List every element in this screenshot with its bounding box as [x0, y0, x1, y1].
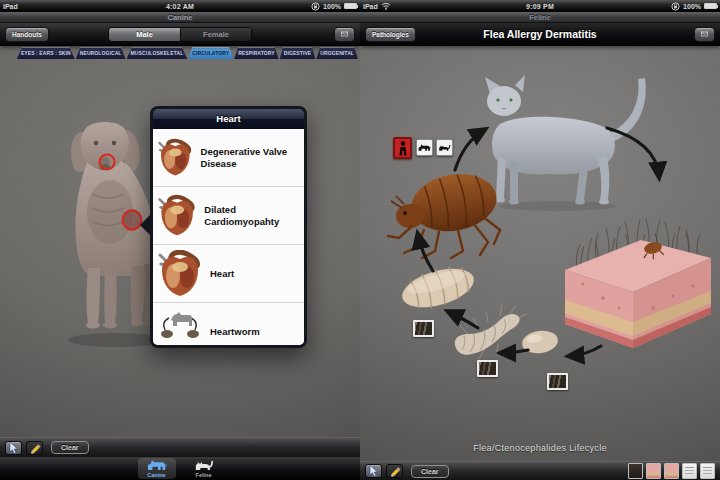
tab-feline[interactable]: Feline	[185, 458, 223, 479]
larva-photo-thumbnail[interactable]	[477, 360, 498, 377]
pencil-icon	[389, 465, 401, 477]
tab-digestive[interactable]: DIGESTIVE	[280, 47, 316, 59]
flea-lifecycle-diagram: Flea/Ctenocephalides Lifecycle	[360, 46, 720, 461]
popup-title: Heart	[153, 109, 304, 129]
dog-icon	[418, 143, 431, 152]
wifi-icon	[381, 2, 391, 10]
nav-title: Canine	[0, 12, 360, 23]
tab-circulatory[interactable]: CIRCULATORY	[188, 47, 233, 59]
main-toolbar: Pathologies Flea Allergy Dermatitis	[360, 23, 720, 46]
lifecycle-illustration-icon	[157, 308, 203, 346]
cat-host-illustration	[485, 75, 646, 211]
tab-canine[interactable]: Canine	[138, 458, 176, 479]
category-tab-strip: EYES : EARS : SKIN NEUROLOGICAL MUSCULOS…	[16, 47, 358, 59]
pointer-tool-button[interactable]	[5, 441, 22, 455]
heart-illustration-icon	[157, 134, 194, 182]
status-bar: iPad 9:09 PM 100%	[360, 0, 720, 12]
list-item-degenerative-valve-disease[interactable]: Degenerative Valve Disease	[153, 129, 304, 187]
feline-app-pane: iPad 9:09 PM 100% Feline Pathologies	[360, 0, 720, 480]
dual-ipad-screenshot: iPad 4:02 AM 100% Canine Handouts Male F…	[0, 0, 720, 480]
email-button[interactable]	[694, 27, 715, 42]
clear-button[interactable]: Clear	[51, 441, 89, 454]
cat-icon	[438, 143, 451, 152]
pencil-icon	[29, 442, 41, 454]
pencil-tool-button[interactable]	[26, 441, 43, 455]
envelope-icon	[341, 30, 348, 38]
thumbnail-handout-page-2[interactable]	[700, 463, 715, 479]
list-item-label: Heart	[203, 268, 234, 279]
canine-app-pane: iPad 4:02 AM 100% Canine Handouts Male F…	[0, 0, 360, 480]
annotation-toolbar: Clear	[360, 461, 720, 480]
species-tab-bar: Canine Feline	[0, 457, 360, 480]
battery-percent-label: 100%	[683, 3, 701, 10]
tab-respiratory[interactable]: RESPIRATORY	[234, 47, 279, 59]
handouts-button[interactable]: Handouts	[5, 27, 49, 42]
tab-urogenital[interactable]: UROGENITAL	[316, 47, 358, 59]
status-bar: iPad 4:02 AM 100%	[0, 0, 360, 12]
tab-eyes-ears-skin[interactable]: EYES : EARS : SKIN	[17, 47, 75, 59]
list-item-heartworm[interactable]: Heartworm	[153, 303, 304, 345]
gender-segmented-control: Male Female	[108, 27, 252, 42]
orientation-lock-icon	[311, 2, 320, 11]
host-badge-dog[interactable]	[416, 139, 433, 156]
lifecycle-illustration	[360, 46, 720, 461]
clear-button[interactable]: Clear	[411, 465, 449, 478]
battery-percent-label: 100%	[323, 3, 341, 10]
orientation-lock-icon	[671, 2, 680, 11]
human-icon	[398, 141, 408, 156]
cursor-icon	[9, 442, 19, 454]
thumbnail-skin-section[interactable]	[646, 463, 661, 479]
heart-popup: Heart Degenerative Valve Disease	[150, 106, 307, 348]
pointer-tool-button[interactable]	[365, 464, 382, 478]
list-item-dilated-cardiomyopathy[interactable]: Dilated Cardiomyopahty	[153, 187, 304, 245]
thumbnail-lifecycle-diagram[interactable]	[628, 463, 643, 479]
tab-feline-label: Feline	[196, 472, 212, 478]
thumbnail-skin-section-detail[interactable]	[664, 463, 679, 479]
list-item-label: Heartworm	[203, 326, 260, 337]
clock-label: 4:02 AM	[93, 3, 267, 10]
host-badge-human[interactable]	[393, 137, 412, 159]
tab-neurological[interactable]: NEUROLOGICAL	[76, 47, 126, 59]
envelope-icon	[701, 30, 708, 38]
cursor-icon	[369, 465, 379, 477]
battery-icon	[704, 3, 717, 9]
page-thumbnails	[628, 463, 715, 479]
pupa-photo-thumbnail[interactable]	[413, 320, 434, 337]
nav-title: Feline	[360, 12, 720, 23]
thumbnail-handout-page[interactable]	[682, 463, 697, 479]
tab-musculoskeletal[interactable]: MUSCULOSKELETAL	[127, 47, 188, 59]
annotation-toolbar: Clear	[0, 437, 360, 457]
adult-flea-illustration	[388, 168, 501, 258]
pupa-illustration	[397, 260, 478, 316]
diagram-caption: Flea/Ctenocephalides Lifecycle	[360, 443, 720, 453]
list-item-label: Dilated Cardiomyopahty	[197, 204, 300, 227]
heart-illustration-icon	[157, 250, 203, 298]
battery-icon	[344, 3, 357, 9]
list-item-label: Degenerative Valve Disease	[194, 146, 300, 169]
pathologies-button[interactable]: Pathologies	[365, 27, 416, 42]
cat-icon	[194, 459, 214, 471]
heart-illustration-icon	[157, 192, 197, 240]
popup-list: Degenerative Valve Disease Dilated Cardi…	[153, 129, 304, 345]
list-item-heart[interactable]: Heart	[153, 245, 304, 303]
canine-content: EYES : EARS : SKIN NEUROLOGICAL MUSCULOS…	[0, 46, 360, 437]
carrier-label: iPad	[3, 3, 18, 10]
segment-male[interactable]: Male	[109, 28, 180, 41]
email-button[interactable]	[334, 27, 355, 42]
carrier-label: iPad	[363, 3, 378, 10]
tab-canine-label: Canine	[147, 472, 165, 478]
pencil-tool-button[interactable]	[386, 464, 403, 478]
dog-icon	[147, 459, 167, 471]
skin-cross-section-illustration	[565, 219, 711, 348]
popup-pointer-arrow	[140, 214, 151, 236]
clock-label: 9:09 PM	[453, 3, 627, 10]
pathology-title: Flea Allergy Dermatitis	[410, 28, 670, 40]
segment-female[interactable]: Female	[180, 28, 251, 41]
egg-photo-thumbnail[interactable]	[547, 373, 568, 390]
main-toolbar: Handouts Male Female	[0, 23, 360, 46]
host-badge-cat[interactable]	[436, 139, 453, 156]
